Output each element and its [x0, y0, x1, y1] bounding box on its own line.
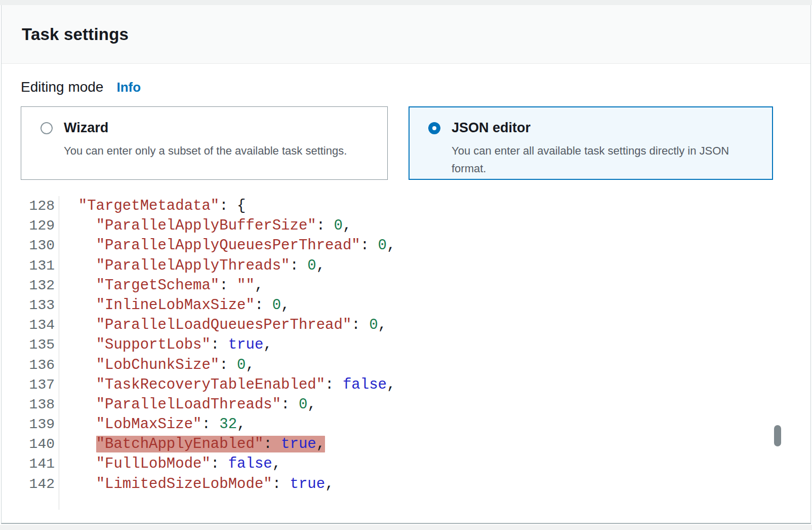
option-card-json-editor[interactable]: JSON editor You can enter all available …	[409, 106, 773, 180]
line-number: 128	[22, 196, 59, 216]
code-line-text: "TargetMetadata": {	[59, 196, 246, 216]
code-line-text: "ParallelLoadThreads": 0,	[59, 395, 316, 414]
code-line-text: "ParallelApplyThreads": 0,	[59, 256, 325, 276]
code-line[interactable]: 132 "TargetSchema": "",	[22, 276, 791, 295]
line-number: 130	[22, 236, 59, 255]
option-card-wizard[interactable]: Wizard You can enter only a subset of th…	[21, 106, 388, 180]
code-line[interactable]: 131 "ParallelApplyThreads": 0,	[22, 256, 791, 276]
code-line-text: "ParallelApplyBufferSize": 0,	[59, 216, 351, 236]
line-number: 129	[22, 216, 59, 236]
editor-scrollbar-thumb[interactable]	[774, 425, 781, 446]
code-line-text: "FullLobMode": false,	[59, 454, 281, 474]
code-line[interactable]: 129 "ParallelApplyBufferSize": 0,	[22, 216, 791, 236]
line-number: 131	[22, 256, 59, 276]
json-editor-radio-button[interactable]	[428, 122, 440, 134]
line-number: 139	[22, 414, 59, 434]
json-editor-option-head: JSON editor	[428, 120, 760, 136]
code-line-text: "ParallelApplyQueuesPerThread": 0,	[59, 236, 395, 255]
code-line[interactable]: 137 "TaskRecoveryTableEnabled": false,	[22, 375, 791, 395]
code-line-text: "InlineLobMaxSize": 0,	[59, 295, 290, 315]
code-line-text: "ParallelLoadQueuesPerThread": 0,	[59, 315, 387, 335]
code-line[interactable]: 130 "ParallelApplyQueuesPerThread": 0,	[22, 236, 791, 255]
code-line[interactable]: 136 "LobChunkSize": 0,	[22, 355, 791, 375]
wizard-label: Wizard	[64, 120, 108, 136]
json-code-editor[interactable]: 128 "TargetMetadata": {129 "ParallelAppl…	[22, 196, 791, 510]
wizard-description: You can enter only a subset of the avail…	[64, 142, 375, 160]
wizard-radio-button[interactable]	[40, 122, 53, 134]
line-number: 133	[22, 295, 59, 315]
code-line[interactable]: 128 "TargetMetadata": {	[22, 196, 791, 216]
code-line[interactable]: 140 "BatchApplyEnabled": true,	[22, 434, 791, 454]
code-line-text: "TargetSchema": "",	[59, 276, 263, 295]
code-line[interactable]: 138 "ParallelLoadThreads": 0,	[22, 395, 791, 414]
line-number: 141	[22, 454, 59, 474]
code-lines: 128 "TargetMetadata": {129 "ParallelAppl…	[22, 196, 791, 494]
json-editor-label: JSON editor	[452, 120, 531, 136]
line-number: 142	[22, 474, 59, 494]
code-line[interactable]: 141 "FullLobMode": false,	[22, 454, 791, 474]
code-line-text: "LimitedSizeLobMode": true,	[59, 474, 334, 494]
editing-mode-row: Editing mode Info	[21, 79, 791, 95]
page-bottom-strip	[0, 525, 812, 530]
code-line[interactable]: 135 "SupportLobs": true,	[22, 335, 791, 355]
code-line[interactable]: 133 "InlineLobMaxSize": 0,	[22, 295, 791, 315]
wizard-option-head: Wizard	[40, 120, 375, 136]
panel-title: Task settings	[22, 25, 129, 44]
line-number: 138	[22, 395, 59, 414]
code-line-text: "SupportLobs": true,	[59, 335, 272, 355]
line-number: 134	[22, 315, 59, 335]
code-line[interactable]: 139 "LobMaxSize": 32,	[22, 414, 791, 434]
editing-mode-label: Editing mode	[21, 79, 103, 95]
page-top-strip	[0, 0, 812, 5]
code-line[interactable]: 142 "LimitedSizeLobMode": true,	[22, 474, 791, 494]
panel-body: Editing mode Info Wizard You can enter o…	[2, 64, 810, 510]
code-line-text: "TaskRecoveryTableEnabled": false,	[59, 375, 395, 395]
line-number: 137	[22, 375, 59, 395]
code-line[interactable]: 134 "ParallelLoadQueuesPerThread": 0,	[22, 315, 791, 335]
line-number: 140	[22, 434, 59, 454]
line-number: 132	[22, 276, 59, 295]
json-editor-description: You can enter all available task setting…	[452, 142, 760, 177]
panel-header: Task settings	[2, 5, 810, 64]
code-line-text: "LobChunkSize": 0,	[59, 355, 255, 375]
editing-mode-options: Wizard You can enter only a subset of th…	[21, 106, 791, 180]
code-line-text: "LobMaxSize": 32,	[59, 414, 246, 434]
code-line-text: "BatchApplyEnabled": true,	[59, 434, 325, 454]
line-number: 135	[22, 335, 59, 355]
task-settings-panel: Task settings Editing mode Info Wizard Y…	[1, 5, 811, 524]
gutter-separator	[59, 196, 59, 510]
info-link[interactable]: Info	[116, 80, 141, 95]
line-number: 136	[22, 355, 59, 375]
